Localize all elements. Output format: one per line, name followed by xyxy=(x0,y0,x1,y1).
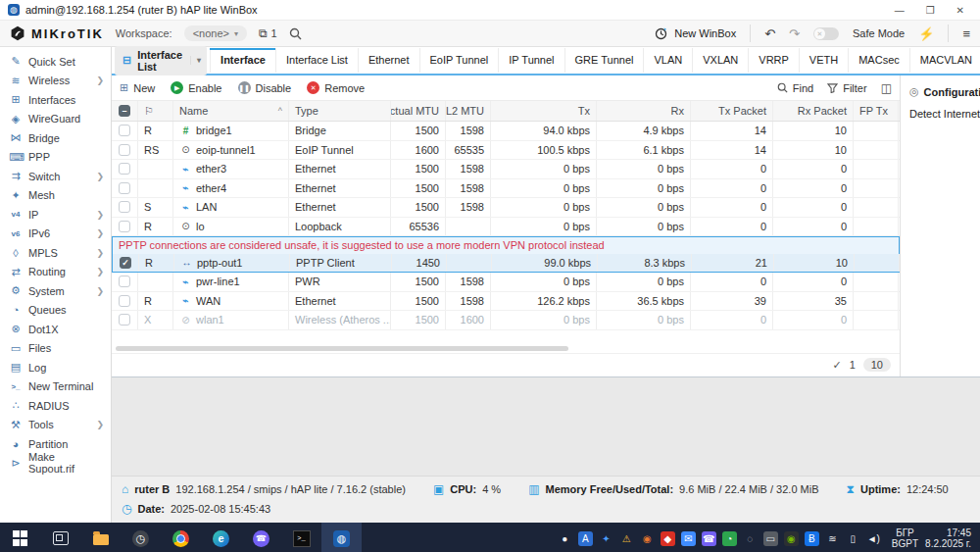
column-header-l2-mtu[interactable]: L2 MTU xyxy=(445,101,490,121)
column-header-fp-tx[interactable]: FP Tx xyxy=(853,101,898,121)
tab-vrrp[interactable]: VRRP xyxy=(748,48,799,73)
table-row-lo[interactable]: R⊙loLoopback655360 bps0 bps00 xyxy=(112,218,900,237)
battery-icon[interactable]: ▯ xyxy=(846,531,860,546)
sidebar-item-mesh[interactable]: ✦Mesh xyxy=(0,186,111,206)
sidebar-item-queues[interactable]: ◔Queues xyxy=(0,301,111,321)
main-menu-icon[interactable]: ≡ xyxy=(962,26,970,41)
watch-icon[interactable]: ◌ xyxy=(743,531,758,546)
configuration-button[interactable]: ◎ Configuration xyxy=(909,85,980,98)
app-a-icon[interactable]: A xyxy=(578,531,593,546)
column-header-rx-packet[interactable]: Rx Packet xyxy=(772,101,853,121)
table-row-wlan1[interactable]: X⊘wlan1Wireless (Atheros ...150016000 bp… xyxy=(112,311,900,330)
sidebar-item-make-supout-rif[interactable]: ⊳Make Supout.rif xyxy=(0,454,111,474)
sidebar-item-interfaces[interactable]: ⊞Interfaces xyxy=(0,90,111,110)
detect-internet-button[interactable]: Detect Internet xyxy=(909,108,980,120)
sidebar-item-tools[interactable]: ⚒Tools❯ xyxy=(0,416,111,435)
tab-vxlan[interactable]: VXLAN xyxy=(692,48,748,73)
taskbar-app-edge[interactable]: e xyxy=(201,523,241,552)
row-checkbox[interactable] xyxy=(119,276,130,287)
row-checkbox[interactable] xyxy=(119,182,130,194)
row-checkbox[interactable] xyxy=(119,163,130,175)
column-header-name[interactable]: Name^ xyxy=(172,101,288,121)
column-header-select[interactable]: – xyxy=(112,101,137,121)
sidebar-item-routing[interactable]: ⇄Routing❯ xyxy=(0,263,111,282)
table-row-lan[interactable]: S⌁LANEthernet150015980 bps0 bps00 xyxy=(112,198,900,218)
sidebar-item-bridge[interactable]: ⋈Bridge xyxy=(0,128,111,148)
tab-ip-tunnel[interactable]: IP Tunnel xyxy=(498,48,564,73)
horizontal-scrollbar[interactable] xyxy=(112,344,900,353)
enable-button[interactable]: ▶Enable xyxy=(171,81,221,94)
table-row-bridge1[interactable]: R#bridge1Bridge1500159894.0 kbps4.9 kbps… xyxy=(112,122,900,141)
taskbar-app-command-prompt[interactable]: >_ xyxy=(281,523,321,552)
table-row-pwr-line1[interactable]: ⌁pwr-line1PWR150015980 bps0 bps00 xyxy=(112,273,900,292)
new-button[interactable]: ⊞New xyxy=(120,81,155,94)
sidebar-item-wireless[interactable]: ≋Wireless❯ xyxy=(0,72,111,91)
workspace-select[interactable]: <none> ▾ xyxy=(184,25,247,41)
messages-icon[interactable]: ✉ xyxy=(681,531,696,546)
tab-veth[interactable]: VETH xyxy=(799,48,848,73)
table-row-eoip-tunnel1[interactable]: RS⊙eoip-tunnel1EoIP Tunnel160065535100.5… xyxy=(112,141,900,161)
maximize-button[interactable]: ❐ xyxy=(926,5,935,16)
taskbar-app-clock-app[interactable]: ◷ xyxy=(121,523,161,552)
column-header-actual-mtu[interactable]: Actual MTU xyxy=(390,101,445,121)
filter-button[interactable]: Filter xyxy=(827,82,866,94)
language-indicator[interactable]: БГРBGPT xyxy=(885,527,925,550)
tab-ethernet[interactable]: Ethernet xyxy=(358,48,419,73)
dropbox-icon[interactable]: ✦ xyxy=(599,531,613,546)
scrollbar-thumb[interactable] xyxy=(116,346,568,351)
sidebar-item-ip[interactable]: v4IP❯ xyxy=(0,205,111,225)
onedrive-icon[interactable]: ● xyxy=(558,531,572,546)
red-app-icon[interactable]: ◆ xyxy=(661,531,675,546)
undo-icon[interactable]: ↶ xyxy=(764,26,775,41)
volume-icon[interactable]: ◄) xyxy=(866,531,881,546)
taskbar-app-file-explorer[interactable] xyxy=(80,523,121,552)
sidebar-item-system[interactable]: ⚙System❯ xyxy=(0,281,111,301)
column-header-rx[interactable]: Rx xyxy=(596,101,690,121)
column-header-type[interactable]: Type xyxy=(288,101,390,121)
tab-interface-list[interactable]: Interface List xyxy=(275,48,358,73)
sidebar-item-mpls[interactable]: ◊MPLS❯ xyxy=(0,243,111,263)
find-button[interactable]: Find xyxy=(777,82,813,94)
row-checkbox[interactable] xyxy=(119,314,130,326)
alert-icon[interactable]: ⚠ xyxy=(619,531,634,546)
safe-mode-toggle[interactable]: ✕ xyxy=(813,27,839,40)
map-pin-icon[interactable]: ◉ xyxy=(640,531,655,546)
taskbar-app-task-view[interactable] xyxy=(40,523,80,552)
table-row-pptp-out1[interactable]: ✓R↔pptp-out1PPTP Client145099.0 kbps8.3 … xyxy=(113,254,899,273)
tab-interface[interactable]: Interface xyxy=(210,48,275,73)
lightning-icon[interactable]: ⚡ xyxy=(918,26,934,41)
bluetooth-icon[interactable]: Ƀ xyxy=(805,531,819,546)
row-checkbox[interactable] xyxy=(119,201,130,213)
row-checkbox[interactable]: ✓ xyxy=(120,257,131,269)
taskbar-app-viber[interactable]: ☎ xyxy=(241,523,281,552)
table-row-ether4[interactable]: ⌁ether4Ethernet150015980 bps0 bps00 xyxy=(112,179,900,199)
sidebar-item-files[interactable]: ▭Files xyxy=(0,339,111,359)
tab-macvlan[interactable]: MACVLAN xyxy=(909,48,980,73)
sidebar-item-new-terminal[interactable]: >_New Terminal xyxy=(0,377,111,397)
column-header-flags[interactable]: ⚐ xyxy=(137,101,172,121)
taskbar-app-chrome[interactable] xyxy=(161,523,201,552)
wifi-icon[interactable]: ≋ xyxy=(825,531,840,546)
sidebar-item-switch[interactable]: ⇉Switch❯ xyxy=(0,167,111,186)
sidebar-item-dot1x[interactable]: ⊗Dot1X xyxy=(0,320,111,339)
sidebar-item-ppp[interactable]: ⌨PPP xyxy=(0,148,111,168)
viber-tray-icon[interactable]: ☎ xyxy=(702,531,716,546)
column-header-tx-packet[interactable]: Tx Packet xyxy=(690,101,772,121)
display-icon[interactable]: ▭ xyxy=(763,531,778,546)
sidebar-item-wireguard[interactable]: ◈WireGuard xyxy=(0,110,111,129)
taskbar-app-winbox[interactable]: ◍ xyxy=(321,523,362,552)
table-row-ether3[interactable]: ⌁ether3Ethernet150015980 bps0 bps00 xyxy=(112,160,900,179)
new-winbox-button[interactable]: New WinBox xyxy=(655,26,736,40)
open-windows-button[interactable]: ⧉ 1 xyxy=(259,26,277,40)
close-button[interactable]: ✕ xyxy=(956,5,964,16)
remove-button[interactable]: ✕Remove xyxy=(307,81,365,94)
row-checkbox[interactable] xyxy=(119,221,130,232)
columns-icon[interactable]: ◫ xyxy=(881,81,892,95)
nvidia-icon[interactable]: ◉ xyxy=(784,531,799,546)
row-checkbox[interactable] xyxy=(119,144,130,156)
tab-eoip-tunnel[interactable]: EoIP Tunnel xyxy=(419,48,499,73)
taskbar-clock[interactable]: 17:458.2.2025 г. xyxy=(925,527,980,550)
sidebar-item-log[interactable]: ▤Log xyxy=(0,358,111,377)
tab-macsec[interactable]: MACsec xyxy=(848,48,909,73)
column-header-tx[interactable]: Tx xyxy=(490,101,596,121)
